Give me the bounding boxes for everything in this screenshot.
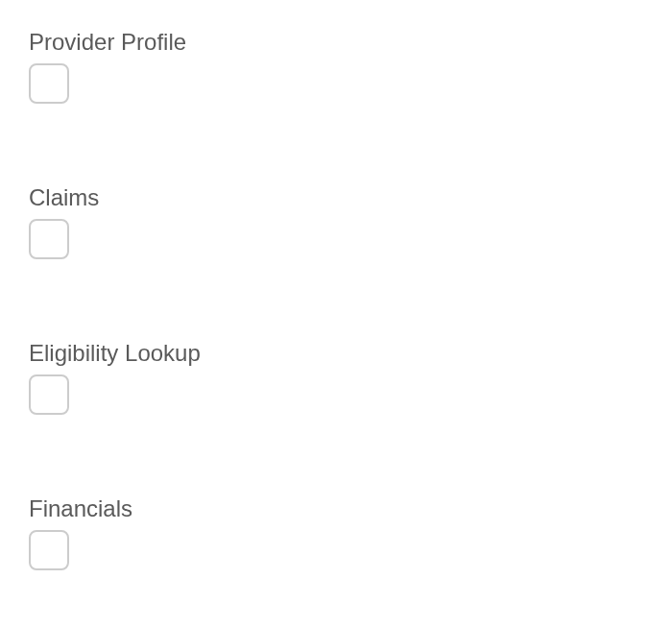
option-label: Eligibility Lookup [29, 340, 643, 367]
checkbox-provider-profile[interactable] [29, 63, 69, 104]
option-eligibility-lookup: Eligibility Lookup [29, 340, 643, 419]
checkbox-claims[interactable] [29, 219, 69, 259]
checkbox-financials[interactable] [29, 530, 69, 570]
option-label: Provider Profile [29, 29, 643, 56]
checkbox-eligibility-lookup[interactable] [29, 374, 69, 415]
option-provider-profile: Provider Profile [29, 29, 643, 108]
option-claims: Claims [29, 184, 643, 263]
option-label: Financials [29, 495, 643, 522]
option-financials: Financials [29, 495, 643, 574]
option-label: Claims [29, 184, 643, 211]
